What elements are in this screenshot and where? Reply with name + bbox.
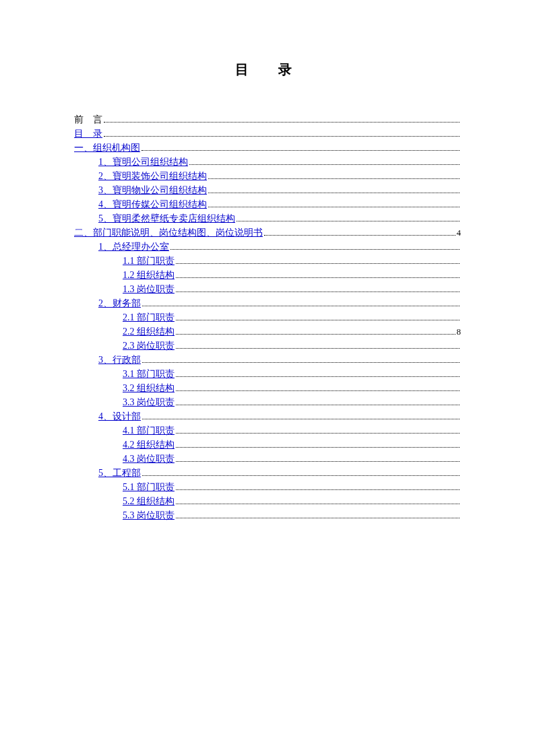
toc-entry-label[interactable]: 4.2 组织结构: [123, 438, 175, 452]
toc-entry: 3.1 部门职责: [74, 367, 461, 381]
toc-entry-label[interactable]: 3、行政部: [98, 353, 141, 367]
toc-entry: 5.2 组织结构: [74, 494, 461, 508]
toc-entry: 3.3 岗位职责: [74, 395, 461, 409]
toc-entry: 5、寶明柔然壁纸专卖店组织结构: [74, 211, 461, 226]
toc-entry-label[interactable]: 二、部门职能说明、岗位结构图、岗位说明书: [74, 226, 263, 240]
toc-entry-label[interactable]: 目 录: [74, 127, 102, 141]
toc-entry: 5、工程部: [74, 466, 461, 480]
toc-entry: 2.2 组织结构8: [74, 324, 461, 339]
toc-entry: 4.3 岗位职责: [74, 452, 461, 466]
toc-entry: 4、寶明传媒公司组织结构: [74, 197, 461, 211]
toc-leader-dots: [176, 433, 460, 434]
toc-leader-dots: [141, 150, 460, 151]
toc-entry-label[interactable]: 4.3 岗位职责: [123, 452, 175, 466]
toc-leader-dots: [176, 504, 460, 504]
toc-entry-label[interactable]: 1、寶明公司组织结构: [98, 155, 188, 169]
toc-entry-page: 8: [457, 325, 462, 339]
toc-entry-label[interactable]: 1.2 组织结构: [123, 268, 175, 282]
toc-leader-dots: [176, 405, 460, 405]
toc-entry-label: 前 言: [74, 112, 102, 127]
toc-entry: 1、总经理办公室: [74, 240, 461, 254]
toc-entry: 1、寶明公司组织结构: [74, 155, 461, 169]
toc-entry-label[interactable]: 2.2 组织结构: [123, 324, 175, 339]
toc-leader-dots: [189, 164, 460, 165]
toc-entry-label[interactable]: 5.1 部门职责: [123, 480, 175, 494]
toc-entry-label[interactable]: 4.1 部门职责: [123, 423, 175, 438]
toc-entry: 4、设计部: [74, 409, 461, 423]
toc-entry-label[interactable]: 5、工程部: [98, 466, 141, 480]
toc-leader-dots: [176, 376, 460, 377]
toc-leader-dots: [142, 362, 460, 363]
toc-leader-dots: [264, 235, 455, 236]
toc-entry: 4.1 部门职责: [74, 423, 461, 438]
toc-leader-dots: [176, 518, 460, 518]
toc-entry-label[interactable]: 2、寶明装饰公司组织结构: [98, 169, 207, 183]
toc-entry: 1.3 岗位职责: [74, 282, 461, 296]
toc-entry-label[interactable]: 4、设计部: [98, 409, 141, 423]
table-of-contents: 前 言目 录一、组织机构图1、寶明公司组织结构2、寶明装饰公司组织结构3、寶明物…: [74, 112, 461, 522]
toc-leader-dots: [142, 306, 460, 306]
toc-entry: 2、财务部: [74, 296, 461, 310]
toc-leader-dots: [142, 475, 460, 476]
toc-leader-dots: [208, 178, 460, 179]
toc-entry: 2.3 岗位职责: [74, 339, 461, 353]
toc-entry-label[interactable]: 1.1 部门职责: [123, 254, 175, 268]
toc-entry-label[interactable]: 1、总经理办公室: [98, 240, 169, 254]
toc-leader-dots: [237, 221, 460, 221]
toc-entry-label[interactable]: 5.2 组织结构: [123, 494, 175, 508]
toc-leader-dots: [208, 207, 460, 207]
toc-leader-dots: [176, 334, 455, 335]
toc-leader-dots: [104, 122, 460, 123]
toc-leader-dots: [176, 447, 460, 448]
toc-entry-label[interactable]: 1.3 岗位职责: [123, 282, 175, 296]
toc-leader-dots: [176, 489, 460, 490]
page-title: 目 录: [74, 61, 461, 79]
toc-leader-dots: [176, 291, 460, 292]
toc-entry-label[interactable]: 2.1 部门职责: [123, 310, 175, 324]
toc-entry: 2、寶明装饰公司组织结构: [74, 169, 461, 183]
toc-entry: 3.2 组织结构: [74, 381, 461, 395]
toc-leader-dots: [176, 277, 460, 278]
toc-entry-label[interactable]: 2、财务部: [98, 296, 141, 310]
toc-leader-dots: [176, 348, 460, 349]
toc-entry-label[interactable]: 5.3 岗位职责: [123, 508, 175, 522]
toc-entry: 1.1 部门职责: [74, 254, 461, 268]
toc-entry-label[interactable]: 5、寶明柔然壁纸专卖店组织结构: [98, 211, 235, 226]
toc-entry-label[interactable]: 一、组织机构图: [74, 141, 140, 155]
toc-leader-dots: [142, 419, 460, 419]
toc-entry-page: 4: [457, 226, 462, 240]
toc-entry-label[interactable]: 3.3 岗位职责: [123, 395, 175, 409]
toc-entry-label[interactable]: 3.1 部门职责: [123, 367, 175, 381]
toc-leader-dots: [176, 461, 460, 462]
toc-leader-dots: [170, 249, 460, 250]
toc-entry: 4.2 组织结构: [74, 438, 461, 452]
toc-leader-dots: [176, 390, 460, 391]
toc-entry: 3、行政部: [74, 353, 461, 367]
toc-entry: 3、寶明物业公司组织结构: [74, 183, 461, 197]
toc-leader-dots: [208, 193, 460, 193]
toc-entry: 5.3 岗位职责: [74, 508, 461, 522]
toc-entry-label[interactable]: 3.2 组织结构: [123, 381, 175, 395]
toc-entry-label[interactable]: 3、寶明物业公司组织结构: [98, 183, 207, 197]
toc-entry: 1.2 组织结构: [74, 268, 461, 282]
toc-entry: 一、组织机构图: [74, 141, 461, 155]
toc-entry: 5.1 部门职责: [74, 480, 461, 494]
toc-entry: 前 言: [74, 112, 461, 127]
toc-entry-label[interactable]: 2.3 岗位职责: [123, 339, 175, 353]
toc-leader-dots: [104, 136, 460, 137]
toc-leader-dots: [176, 263, 460, 264]
toc-leader-dots: [176, 320, 460, 320]
toc-entry-label[interactable]: 4、寶明传媒公司组织结构: [98, 197, 207, 211]
toc-entry: 2.1 部门职责: [74, 310, 461, 324]
toc-entry: 目 录: [74, 127, 461, 141]
toc-entry: 二、部门职能说明、岗位结构图、岗位说明书4: [74, 226, 461, 240]
